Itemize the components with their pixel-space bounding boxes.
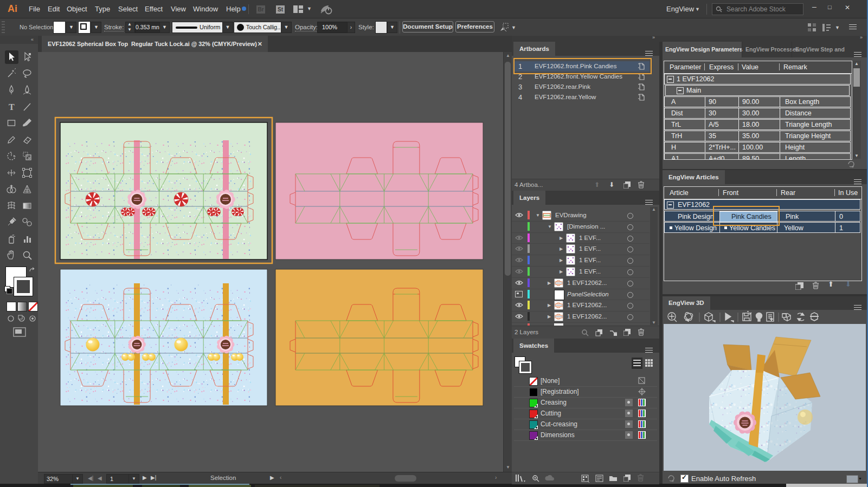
svg-text:T: T	[9, 102, 15, 112]
